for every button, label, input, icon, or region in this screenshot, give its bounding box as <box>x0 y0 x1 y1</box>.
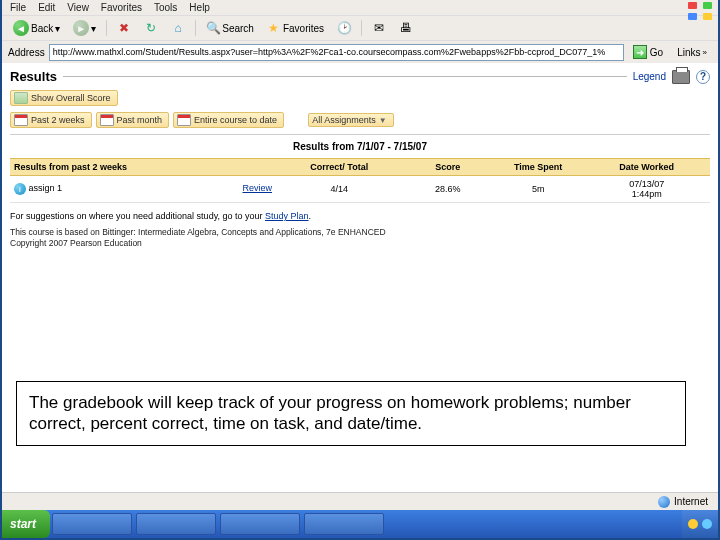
help-icon[interactable]: ? <box>696 70 710 84</box>
nav-toolbar: ◄ Back ▾ ► ▾ ✖ ↻ ⌂ 🔍Search ★Favorites 🕑 … <box>2 15 718 40</box>
cell-date: 07/13/07 1:44pm <box>583 176 710 203</box>
forward-icon: ► <box>73 20 89 36</box>
tray-icon <box>702 519 712 529</box>
col-score: Score <box>403 159 493 176</box>
copyright-text: This course is based on Bittinger: Inter… <box>10 227 710 249</box>
status-bar: Internet <box>2 492 718 510</box>
caption-text: The gradebook will keep track of your pr… <box>29 392 673 435</box>
menu-edit[interactable]: Edit <box>38 2 55 13</box>
system-tray[interactable] <box>682 510 718 538</box>
assignment-icon: i <box>14 183 26 195</box>
internet-zone-icon <box>658 496 670 508</box>
taskbar-item[interactable] <box>220 513 300 535</box>
filter-all-assignments[interactable]: All Assignments ▼ <box>308 113 393 127</box>
search-button[interactable]: 🔍Search <box>201 19 259 37</box>
caption-overlay: The gradebook will keep track of your pr… <box>16 381 686 446</box>
page-title: Results <box>10 69 57 84</box>
print-button[interactable]: 🖶 <box>394 19 418 37</box>
taskbar-item[interactable] <box>304 513 384 535</box>
menu-file[interactable]: File <box>10 2 26 13</box>
legend-link[interactable]: Legend <box>633 71 666 82</box>
cell-time: 5m <box>493 176 583 203</box>
filter-past-2-weeks[interactable]: Past 2 weeks <box>10 112 92 128</box>
print-icon: 🖶 <box>399 21 413 35</box>
status-zone: Internet <box>674 496 708 507</box>
cell-score: 28.6% <box>403 176 493 203</box>
study-plan-suggestion: For suggestions on where you need additi… <box>10 211 710 221</box>
go-label: Go <box>650 47 663 58</box>
menu-help[interactable]: Help <box>189 2 210 13</box>
search-icon: 🔍 <box>206 21 220 35</box>
taskbar-item[interactable] <box>52 513 132 535</box>
print-page-icon[interactable] <box>672 70 690 84</box>
chevron-down-icon: ▾ <box>91 23 96 34</box>
mail-button[interactable]: ✉ <box>367 19 391 37</box>
menu-view[interactable]: View <box>67 2 89 13</box>
calendar-icon <box>100 114 114 126</box>
back-button[interactable]: ◄ Back ▾ <box>8 18 65 38</box>
study-plan-link[interactable]: Study Plan <box>265 211 309 221</box>
go-button[interactable]: ➜Go <box>628 43 668 61</box>
links-button[interactable]: Links» <box>672 45 712 60</box>
address-bar: Address ➜Go Links» <box>2 40 718 63</box>
calendar-icon <box>14 114 28 126</box>
windows-flag-icon <box>688 2 712 20</box>
address-input[interactable] <box>49 44 624 61</box>
page-content: Results Legend ? Show Overall Score Past… <box>2 63 718 538</box>
col-time: Time Spent <box>493 159 583 176</box>
calendar-icon <box>177 114 191 126</box>
col-date: Date Worked <box>583 159 710 176</box>
forward-button[interactable]: ► ▾ <box>68 18 101 38</box>
results-date-range: Results from 7/1/07 - 7/15/07 <box>10 141 710 152</box>
refresh-icon: ↻ <box>144 21 158 35</box>
cell-correct: 4/14 <box>276 176 403 203</box>
history-button[interactable]: 🕑 <box>332 19 356 37</box>
menu-tools[interactable]: Tools <box>154 2 177 13</box>
col-main: Results from past 2 weeks <box>10 159 276 176</box>
star-icon: ★ <box>267 21 281 35</box>
go-icon: ➜ <box>633 45 647 59</box>
menubar: File Edit View Favorites Tools Help <box>2 0 718 15</box>
chevron-down-icon: ▾ <box>55 23 60 34</box>
back-label: Back <box>31 23 53 34</box>
history-icon: 🕑 <box>337 21 351 35</box>
filter-entire-course[interactable]: Entire course to date <box>173 112 284 128</box>
assignment-name: assign 1 <box>29 183 63 193</box>
start-button[interactable]: start <box>2 510 50 538</box>
links-label: Links <box>677 47 700 58</box>
chevron-down-icon: ▼ <box>379 116 387 125</box>
favorites-label: Favorites <box>283 23 324 34</box>
menu-favorites[interactable]: Favorites <box>101 2 142 13</box>
address-label: Address <box>8 47 45 58</box>
stop-button[interactable]: ✖ <box>112 19 136 37</box>
taskbar-item[interactable] <box>136 513 216 535</box>
home-icon: ⌂ <box>171 21 185 35</box>
overall-label: Show Overall Score <box>31 93 111 103</box>
mail-icon: ✉ <box>372 21 386 35</box>
search-label: Search <box>222 23 254 34</box>
back-icon: ◄ <box>13 20 29 36</box>
table-row: i assign 1 Review 4/14 28.6% 5m 07/13/07… <box>10 176 710 203</box>
filter-past-month[interactable]: Past month <box>96 112 170 128</box>
score-icon <box>14 92 28 104</box>
taskbar: start <box>2 510 718 538</box>
show-overall-score-button[interactable]: Show Overall Score <box>10 90 118 106</box>
home-button[interactable]: ⌂ <box>166 19 190 37</box>
tray-icon <box>688 519 698 529</box>
refresh-button[interactable]: ↻ <box>139 19 163 37</box>
stop-icon: ✖ <box>117 21 131 35</box>
col-correct: Correct/ Total <box>276 159 403 176</box>
review-link[interactable]: Review <box>242 183 272 193</box>
results-table: Results from past 2 weeks Correct/ Total… <box>10 158 710 203</box>
favorites-button[interactable]: ★Favorites <box>262 19 329 37</box>
